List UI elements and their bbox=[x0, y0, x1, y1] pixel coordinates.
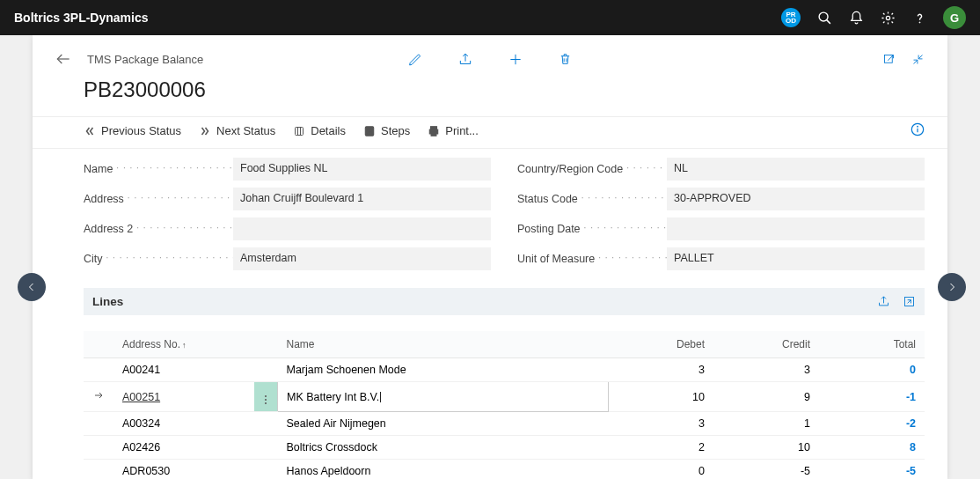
window-actions bbox=[882, 53, 925, 66]
back-button[interactable] bbox=[52, 48, 75, 70]
field-address-label: Address bbox=[84, 193, 233, 205]
cell-address-no[interactable]: ADR0530 bbox=[113, 460, 254, 480]
table-row[interactable]: A02426Boltrics Crossdock2108 bbox=[84, 436, 925, 460]
collapse-icon[interactable] bbox=[911, 53, 925, 66]
cell-name[interactable]: Sealed Air Nijmegen bbox=[278, 412, 609, 436]
field-country-value[interactable]: NL bbox=[667, 158, 925, 181]
lines-expand-icon[interactable] bbox=[903, 295, 916, 308]
cell-debet[interactable]: 10 bbox=[608, 382, 713, 412]
cell-total[interactable]: -2 bbox=[819, 412, 925, 436]
row-menu-cell[interactable] bbox=[254, 382, 278, 412]
cell-total[interactable]: -5 bbox=[819, 460, 925, 480]
lines-header[interactable]: Lines bbox=[84, 288, 925, 315]
table-row[interactable]: A00251MK Battery Int B.V.109-1 bbox=[84, 382, 925, 412]
cell-total[interactable]: 0 bbox=[819, 358, 925, 382]
notifications-icon[interactable] bbox=[848, 10, 864, 26]
cell-total[interactable]: 8 bbox=[819, 436, 925, 460]
table-row[interactable]: A00324Sealed Air Nijmegen31-2 bbox=[84, 412, 925, 436]
edit-icon[interactable] bbox=[408, 52, 423, 67]
cell-name[interactable]: Boltrics Crossdock bbox=[278, 436, 609, 460]
field-name-value[interactable]: Food Supplies NL bbox=[233, 158, 491, 181]
row-menu-cell[interactable] bbox=[254, 460, 278, 480]
breadcrumb[interactable]: TMS Package Balance bbox=[87, 53, 203, 66]
row-menu-cell[interactable] bbox=[254, 358, 278, 382]
cell-address-no[interactable]: A00251 bbox=[113, 382, 254, 412]
cell-credit[interactable]: 3 bbox=[713, 358, 819, 382]
cell-credit[interactable]: 1 bbox=[713, 412, 819, 436]
info-icon[interactable] bbox=[911, 122, 925, 140]
table-header-row: Address No.↑ Name Debet Credit Total bbox=[84, 331, 925, 358]
steps-button[interactable]: Steps bbox=[363, 121, 410, 141]
cell-address-no[interactable]: A02426 bbox=[113, 436, 254, 460]
field-name-label: Name bbox=[84, 163, 233, 175]
row-indicator bbox=[84, 358, 113, 382]
row-indicator bbox=[84, 382, 113, 412]
cell-credit[interactable]: 10 bbox=[713, 436, 819, 460]
lines-header-actions bbox=[877, 295, 916, 308]
cell-address-no[interactable]: A00241 bbox=[113, 358, 254, 382]
cell-name[interactable]: Marjam Schoenen Mode bbox=[278, 358, 609, 382]
field-posting-date-value[interactable] bbox=[667, 217, 925, 240]
cell-address-no[interactable]: A00324 bbox=[113, 412, 254, 436]
field-address: Address Johan Cruijff Boulevard 1 bbox=[84, 188, 491, 210]
table-row[interactable]: ADR0530Hanos Apeldoorn0-5-5 bbox=[84, 460, 925, 480]
row-indicator bbox=[84, 460, 113, 480]
row-menu-cell[interactable] bbox=[254, 436, 278, 460]
card-toolbar: TMS Package Balance bbox=[33, 35, 947, 77]
cell-debet[interactable]: 3 bbox=[608, 358, 713, 382]
title-actions bbox=[408, 52, 573, 67]
next-record-button[interactable] bbox=[938, 273, 966, 301]
details-label: Details bbox=[311, 124, 346, 137]
field-uom-value[interactable]: PALLET bbox=[667, 247, 925, 270]
field-status-value[interactable]: 30-APPROVED bbox=[667, 188, 925, 210]
gear-icon[interactable] bbox=[880, 10, 896, 26]
cell-total[interactable]: -1 bbox=[819, 382, 925, 412]
table-row[interactable]: A00241Marjam Schoenen Mode330 bbox=[84, 358, 925, 382]
field-posting-date: Posting Date bbox=[517, 217, 925, 240]
cell-name[interactable]: Hanos Apeldoorn bbox=[278, 460, 609, 480]
row-menu-cell[interactable] bbox=[254, 412, 278, 436]
delete-icon[interactable] bbox=[559, 52, 573, 67]
cell-debet[interactable]: 2 bbox=[608, 436, 713, 460]
col-credit[interactable]: Credit bbox=[713, 331, 819, 358]
share-icon[interactable] bbox=[458, 52, 473, 67]
field-city: City Amsterdam bbox=[84, 247, 491, 270]
field-address2-label: Address 2 bbox=[84, 223, 233, 235]
col-debet[interactable]: Debet bbox=[608, 331, 713, 358]
lines-share-icon[interactable] bbox=[877, 295, 890, 308]
field-address2: Address 2 bbox=[84, 217, 491, 240]
field-city-value[interactable]: Amsterdam bbox=[233, 247, 491, 270]
prev-record-button[interactable] bbox=[18, 273, 46, 301]
field-address2-value[interactable] bbox=[233, 217, 491, 240]
field-uom-label: Unit of Measure bbox=[517, 253, 667, 265]
prev-status-label: Previous Status bbox=[101, 124, 181, 137]
header-fields: Name Food Supplies NL Country/Region Cod… bbox=[84, 158, 925, 270]
product-name: Boltrics 3PL-Dynamics bbox=[14, 11, 149, 25]
col-total[interactable]: Total bbox=[819, 331, 925, 358]
cell-credit[interactable]: -5 bbox=[713, 460, 819, 480]
search-icon[interactable] bbox=[816, 10, 832, 26]
col-address-no[interactable]: Address No.↑ bbox=[113, 331, 254, 358]
cell-debet[interactable]: 3 bbox=[608, 412, 713, 436]
col-name[interactable]: Name bbox=[278, 331, 609, 358]
new-icon[interactable] bbox=[508, 52, 523, 67]
user-avatar[interactable]: G bbox=[943, 6, 966, 29]
details-button[interactable]: Details bbox=[293, 121, 346, 141]
help-icon[interactable] bbox=[911, 10, 927, 26]
cell-credit[interactable]: 9 bbox=[713, 382, 819, 412]
next-status-button[interactable]: Next Status bbox=[199, 121, 275, 141]
env-badge: PROD bbox=[781, 8, 801, 27]
svg-rect-14 bbox=[431, 132, 436, 136]
field-country: Country/Region Code NL bbox=[517, 158, 925, 181]
prev-status-button[interactable]: Previous Status bbox=[84, 121, 181, 141]
popout-icon[interactable] bbox=[882, 53, 896, 66]
canvas: TMS Package Balance PB23000006 Previous … bbox=[0, 35, 980, 479]
topbar: Boltrics 3PL-Dynamics PROD G bbox=[0, 0, 980, 35]
field-address-value[interactable]: Johan Cruijff Boulevard 1 bbox=[233, 188, 491, 210]
col-indicator bbox=[84, 331, 113, 358]
print-button[interactable]: Print... bbox=[428, 121, 479, 141]
cell-debet[interactable]: 0 bbox=[608, 460, 713, 480]
svg-point-17 bbox=[918, 126, 918, 127]
cell-name[interactable]: MK Battery Int B.V. bbox=[278, 382, 609, 412]
row-menu-icon[interactable] bbox=[263, 394, 268, 406]
